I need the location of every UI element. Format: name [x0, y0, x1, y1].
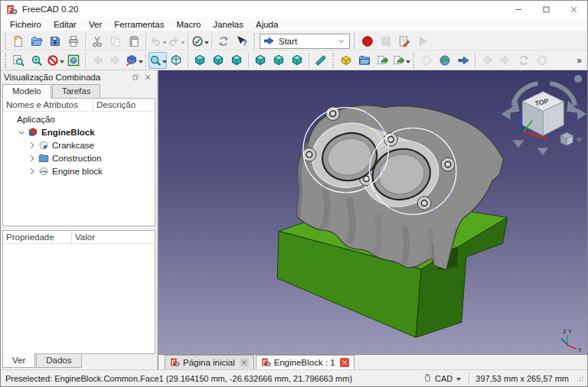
chevron-down-icon[interactable]: [181, 41, 185, 47]
create-group-button[interactable]: [355, 52, 374, 69]
paste-button[interactable]: [125, 33, 143, 50]
navigation-cube[interactable]: TOP: [501, 75, 586, 155]
menu-ficheiro[interactable]: Ficheiro: [4, 18, 47, 31]
view-axonometric-button[interactable]: [167, 52, 185, 69]
3d-viewport[interactable]: TOP: [158, 70, 587, 354]
resize-grip-icon[interactable]: [569, 373, 584, 384]
tree-item-engineblock[interactable]: EngineBlock: [3, 125, 155, 138]
cut-button[interactable]: [88, 33, 106, 50]
refresh-button[interactable]: [214, 33, 233, 50]
toolbar-separator: [211, 34, 212, 49]
tab-close-button[interactable]: [340, 358, 349, 367]
measure-button[interactable]: [312, 52, 330, 69]
zoom-box-button[interactable]: [149, 52, 167, 69]
macro-stop-button[interactable]: [377, 33, 395, 50]
expander-icon[interactable]: [28, 141, 37, 150]
open-button[interactable]: [28, 33, 46, 50]
document-tab-pa-gina-inicial[interactable]: Página inicial: [165, 355, 254, 369]
navigation-style-selector[interactable]: CAD: [423, 372, 462, 385]
chevron-down-icon[interactable]: [162, 60, 167, 66]
tree-item-construction[interactable]: Construction: [3, 151, 155, 164]
menu-macro[interactable]: Macro: [170, 18, 207, 31]
fit-all-button[interactable]: [9, 52, 28, 69]
view-front-button[interactable]: [191, 52, 209, 69]
tree-item-aplicação[interactable]: Aplicação: [3, 112, 155, 125]
axis-z-label: Z: [563, 329, 567, 334]
nav-forward-button[interactable]: [106, 52, 125, 69]
toolbar-grip[interactable]: [332, 53, 334, 68]
web-home-button[interactable]: [436, 52, 454, 69]
create-part-button[interactable]: [337, 52, 355, 69]
dock-close-button[interactable]: [142, 72, 154, 83]
macro-run-button[interactable]: [413, 33, 432, 50]
print-button[interactable]: [64, 33, 83, 50]
chevron-down-icon[interactable]: [139, 60, 143, 66]
view-rear-button[interactable]: [251, 52, 270, 69]
menu-ferramentas[interactable]: Ferramentas: [108, 18, 170, 31]
expander-icon[interactable]: [28, 167, 37, 176]
make-sub-link-button[interactable]: [392, 52, 410, 69]
browser-forward-button[interactable]: [496, 52, 514, 69]
draw-style-button[interactable]: [64, 52, 83, 69]
edit-mode-button[interactable]: [191, 33, 209, 50]
nav-cube-menu[interactable]: [560, 132, 583, 145]
minimize-button[interactable]: [505, 1, 532, 18]
maximize-button[interactable]: [532, 1, 560, 18]
menu-ajuda[interactable]: Ajuda: [250, 18, 284, 31]
undo-button[interactable]: [149, 33, 167, 50]
fit-selection-button[interactable]: [28, 52, 46, 69]
expander-icon[interactable]: [28, 154, 37, 163]
dock-float-button[interactable]: [129, 72, 142, 83]
tab-ver[interactable]: Ver: [2, 353, 35, 368]
toolbar-overflow-button[interactable]: »: [573, 55, 586, 66]
toolbar-grip[interactable]: [5, 53, 6, 68]
expander-icon[interactable]: [17, 128, 26, 137]
redo-button[interactable]: [167, 33, 185, 50]
toolbar-grip[interactable]: [413, 53, 414, 68]
tab-dados[interactable]: Dados: [36, 354, 81, 368]
new-file-button[interactable]: [9, 33, 28, 50]
menu-janelas[interactable]: Janelas: [207, 18, 250, 31]
close-button[interactable]: [560, 1, 587, 18]
nav-back-button[interactable]: [88, 52, 106, 69]
chevron-down-icon[interactable]: [204, 41, 209, 47]
isometric-view-button[interactable]: [125, 52, 143, 69]
view-bottom-button[interactable]: [270, 52, 288, 69]
web-forward-button[interactable]: [454, 52, 472, 69]
viewport-dimensions: 397,53 mm x 265,57 mm: [475, 374, 569, 383]
make-link-icon: [377, 54, 389, 67]
chevron-down-icon: [337, 35, 346, 47]
tab-tarefas[interactable]: Tarefas: [52, 84, 101, 98]
chevron-down-icon[interactable]: [60, 60, 64, 66]
menu-ver[interactable]: Ver: [83, 18, 108, 31]
macro-edit-button[interactable]: [395, 33, 413, 50]
copy-button[interactable]: [106, 33, 125, 50]
macro-record-button[interactable]: [358, 33, 377, 50]
tree-item-crankcase[interactable]: Crankcase: [3, 138, 155, 151]
model-tree: AplicaçãoEngineBlockCrankcaseConstructio…: [3, 112, 155, 177]
toolbar-grip[interactable]: [5, 34, 6, 49]
chevron-down-icon[interactable]: [162, 41, 167, 47]
toolbar-grip[interactable]: [354, 34, 355, 49]
tab-modelo[interactable]: Modelo: [2, 84, 51, 99]
web-stop-button[interactable]: [417, 52, 436, 69]
whats-this-button[interactable]: ?: [233, 33, 251, 50]
mouse-icon: [423, 372, 432, 385]
toolbar-grip[interactable]: [253, 34, 255, 49]
menu-editar[interactable]: Editar: [47, 18, 83, 31]
browser-stop-button[interactable]: [533, 52, 551, 69]
save-button[interactable]: [46, 33, 64, 50]
browser-back-button[interactable]: [478, 52, 496, 69]
clipping-button[interactable]: [46, 52, 64, 69]
view-left-button[interactable]: [288, 52, 306, 69]
workbench-selector[interactable]: Start: [260, 34, 350, 49]
view-right-button[interactable]: [227, 52, 246, 69]
browser-refresh-button[interactable]: [514, 52, 533, 69]
toolbar-separator: [475, 53, 475, 68]
tree-item-engine-block[interactable]: Engine block: [3, 164, 155, 177]
tab-close-button[interactable]: [240, 358, 249, 367]
chevron-down-icon[interactable]: [406, 60, 410, 66]
view-top-button[interactable]: [209, 52, 227, 69]
make-link-button[interactable]: [374, 52, 392, 69]
document-tab-engineblock-1[interactable]: EngineBlock : 1: [256, 355, 354, 369]
